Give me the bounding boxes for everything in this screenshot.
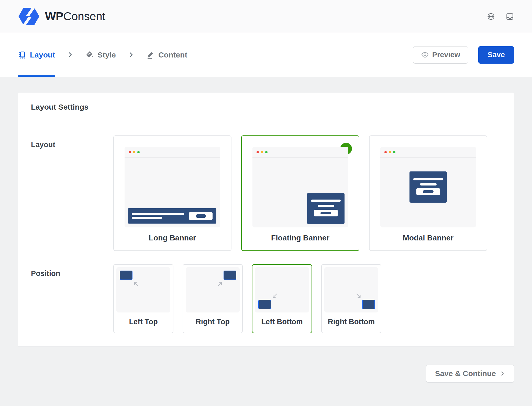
position-field-label: Position [31, 264, 113, 333]
preview-button-label: Preview [432, 51, 460, 59]
paint-bucket-icon [85, 51, 93, 59]
traffic-dot-green [265, 151, 268, 153]
panel-header: Layout Settings [18, 93, 514, 121]
arrow-up-left-icon [133, 281, 139, 287]
layout-option-label: Modal Banner [380, 234, 476, 242]
position-field-row: Position Left Top [31, 264, 501, 333]
browser-titlebar [252, 147, 348, 158]
panel-body: Layout [18, 121, 514, 346]
position-preview [186, 267, 240, 312]
banner-text-lines [132, 213, 184, 219]
position-option-left-bottom[interactable]: Left Bottom [252, 264, 312, 333]
browser-mockup [125, 147, 220, 227]
layout-option-label: Floating Banner [252, 234, 348, 242]
wpconsent-logo-icon [18, 8, 40, 25]
footer-actions: Save & Continue [18, 365, 514, 400]
banner-box-graphic [224, 271, 236, 280]
long-banner-graphic [128, 208, 216, 224]
position-option-label: Right Top [186, 318, 240, 326]
position-option-label: Right Bottom [324, 318, 378, 326]
globe-icon[interactable] [487, 13, 495, 20]
save-button[interactable]: Save [478, 46, 514, 64]
traffic-dot-green [393, 151, 395, 153]
tab-style[interactable]: Style [85, 33, 116, 77]
traffic-dot-red [384, 151, 387, 153]
step-tabs: Layout Style Conten [18, 33, 187, 77]
banner-button-graphic [416, 188, 440, 195]
layout-field-label: Layout [31, 135, 113, 251]
layout-icon [18, 51, 26, 59]
arrow-down-right-icon [356, 293, 362, 299]
chevron-right-icon [67, 51, 74, 58]
banner-button-graphic [314, 210, 338, 216]
floating-banner-graphic [307, 193, 345, 224]
banner-box-graphic [258, 300, 271, 309]
position-option-label: Left Bottom [255, 318, 309, 326]
eye-icon [421, 51, 429, 59]
position-option-right-top[interactable]: Right Top [183, 264, 243, 333]
traffic-dot-red [257, 151, 259, 153]
layout-option-label: Long Banner [125, 234, 220, 242]
traffic-dot-green [137, 151, 140, 153]
position-preview [116, 267, 170, 312]
arrow-down-left-icon [271, 293, 278, 299]
tab-style-label: Style [97, 51, 116, 59]
save-continue-label: Save & Continue [435, 369, 496, 378]
chevron-right-icon [128, 51, 135, 58]
brand-logo: WPConsent [18, 8, 105, 25]
browser-titlebar [125, 147, 220, 158]
panel-title: Layout Settings [31, 103, 501, 111]
layout-options: Long Banner [113, 135, 501, 251]
layout-field-row: Layout [31, 135, 501, 251]
nav-actions: Preview Save [413, 46, 514, 64]
position-option-right-bottom[interactable]: Right Bottom [321, 264, 381, 333]
brand-consent: Consent [63, 10, 105, 23]
position-option-label: Left Top [116, 318, 170, 326]
app-header: WPConsent [0, 0, 532, 33]
traffic-dot-yellow [261, 151, 263, 153]
tab-content-label: Content [158, 51, 187, 59]
preview-button[interactable]: Preview [413, 46, 468, 64]
app: WPConsent [0, 0, 532, 400]
chevron-right-icon [500, 371, 505, 376]
browser-mockup [252, 147, 348, 227]
inbox-icon[interactable] [506, 12, 514, 21]
tab-content[interactable]: Content [146, 33, 187, 77]
traffic-dot-yellow [389, 151, 391, 153]
position-options: Left Top Right Top [113, 264, 501, 333]
banner-box-graphic [120, 271, 132, 280]
header-icons [487, 12, 514, 21]
browser-mockup [380, 147, 476, 227]
brand-wp: WP [45, 10, 63, 23]
save-continue-button[interactable]: Save & Continue [426, 365, 514, 382]
layout-option-long-banner[interactable]: Long Banner [113, 135, 231, 251]
layout-settings-panel: Layout Settings Layout [18, 93, 514, 347]
brand-name: WPConsent [45, 10, 105, 23]
browser-titlebar [380, 147, 476, 158]
arrow-up-right-icon [217, 281, 223, 287]
tab-layout-label: Layout [30, 51, 55, 59]
position-preview [324, 267, 378, 312]
pencil-icon [146, 51, 154, 59]
main-content: Layout Settings Layout [0, 77, 532, 400]
layout-option-modal-banner[interactable]: Modal Banner [369, 135, 487, 251]
position-preview [255, 267, 309, 312]
banner-box-graphic [362, 300, 375, 309]
modal-banner-graphic [409, 171, 447, 203]
traffic-dot-red [129, 151, 131, 153]
position-option-left-top[interactable]: Left Top [113, 264, 173, 333]
layout-option-floating-banner[interactable]: Floating Banner [241, 135, 359, 251]
step-nav: Layout Style Conten [0, 33, 532, 77]
tab-layout[interactable]: Layout [18, 33, 55, 77]
banner-button-graphic [189, 212, 213, 220]
traffic-dot-yellow [133, 151, 135, 153]
